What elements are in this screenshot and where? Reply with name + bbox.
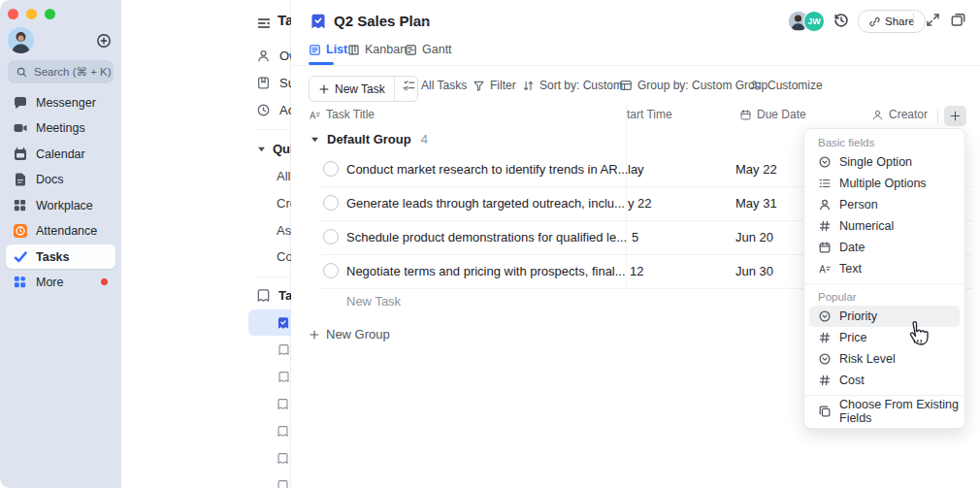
text-a-icon [818, 262, 832, 276]
menu-item-label: Numerical [839, 219, 894, 233]
menu-item-single-option[interactable]: Single Option [809, 151, 960, 173]
sidebar-item-docs[interactable]: Docs [6, 167, 115, 191]
sidebar-item-messenger[interactable]: Messenger [6, 90, 115, 114]
tasklist-doc-icon [277, 398, 289, 411]
group-header[interactable]: Default Group 4 [310, 132, 428, 146]
side-panel-icon[interactable] [950, 12, 966, 28]
task-title[interactable]: Schedule product demonstrations for qual… [346, 230, 627, 244]
doc-badge-icon [310, 13, 327, 30]
sidebar-item-tasks[interactable]: Tasks [6, 244, 115, 269]
tasklist-doc-blue-icon [277, 316, 290, 330]
user-avatar[interactable] [8, 27, 34, 53]
due-date-value: Jun 20 [735, 230, 773, 244]
filter-button[interactable]: Filter [473, 79, 516, 92]
app-rail: Search (⌘ + K) Messenger Meetings Calend… [0, 0, 121, 488]
menu-item-numerical[interactable]: Numerical [809, 215, 960, 237]
funnel-icon [473, 80, 485, 92]
tab-list[interactable]: List [309, 43, 347, 56]
menu-item-multiple-options[interactable]: Multiple Options [809, 173, 960, 194]
collaborator-avatar-initials[interactable]: JW [803, 11, 825, 32]
task-checkbox[interactable] [323, 229, 339, 244]
minimize-button[interactable] [26, 9, 37, 19]
customize-button[interactable]: Customize [749, 79, 823, 92]
gantt-view-icon [405, 44, 417, 56]
sidebar-item-label: Workplace [36, 199, 93, 212]
sidebar-item-workplace[interactable]: Workplace [6, 193, 115, 217]
column-start-time[interactable]: tart Time [627, 108, 672, 121]
list-view-icon [309, 44, 321, 56]
due-date-value: May 22 [735, 162, 777, 177]
expand-icon[interactable] [925, 12, 941, 28]
column-label: tart Time [627, 108, 672, 121]
divider [804, 395, 964, 396]
caret-down-icon[interactable] [310, 135, 319, 144]
group-by-button[interactable]: Group by: Custom Group [619, 79, 768, 92]
clock-icon [256, 103, 271, 117]
search-input[interactable]: Search (⌘ + K) [8, 60, 114, 83]
app-window: Search (⌘ + K) Messenger Meetings Calend… [0, 0, 980, 488]
column-creator[interactable]: Creator [871, 108, 928, 121]
add-plus-icon[interactable] [96, 33, 112, 49]
calendar-icon [818, 241, 832, 254]
avatar-initials: JW [807, 16, 821, 26]
column-task-title[interactable]: Task Title [309, 108, 375, 121]
menu-item-label: Text [839, 262, 862, 276]
all-tasks-button[interactable]: All Tasks [403, 79, 467, 92]
new-group-button[interactable]: New Group [309, 327, 390, 342]
frozen-column-edge [626, 105, 627, 285]
tab-gantt[interactable]: Gantt [405, 43, 452, 56]
column-due-date[interactable]: Due Date [739, 108, 806, 121]
sort-button[interactable]: Sort by: Custom [522, 79, 623, 92]
sidebar-item-meetings[interactable]: Meetings [6, 115, 115, 140]
zoom-button[interactable] [45, 9, 55, 19]
group-by-icon [619, 79, 633, 92]
task-checkbox[interactable] [323, 195, 339, 211]
menu-item-risk-level[interactable]: Risk Level [809, 348, 960, 370]
due-date-value: Jun 30 [735, 264, 773, 278]
start-time-value: 5 [632, 230, 638, 244]
calendar-icon [12, 146, 28, 162]
plus-icon [309, 329, 320, 341]
hash-icon [818, 219, 832, 233]
menu-item-choose-existing[interactable]: Choose From Existing Fields [809, 400, 960, 423]
divider [291, 65, 980, 66]
title-more-icon[interactable] [415, 18, 430, 26]
tab-kanban[interactable]: Kanban [347, 43, 407, 56]
task-checkbox[interactable] [323, 161, 339, 177]
history-icon[interactable] [833, 12, 850, 29]
task-checkbox[interactable] [323, 263, 339, 278]
button-label: Sort by: Custom [539, 79, 623, 92]
column-label: Task Title [326, 108, 375, 121]
sidebar-item-attendance[interactable]: Attendance [6, 218, 115, 243]
share-button[interactable]: Share [858, 10, 926, 33]
sidebar-item-calendar[interactable]: Calendar [6, 142, 115, 166]
hash-icon [818, 374, 832, 387]
sidebar-item-more[interactable]: More [6, 270, 115, 294]
new-task-button[interactable]: New Task [309, 76, 418, 102]
chat-bubble-icon [12, 94, 28, 111]
sidebar-item-label: Tasks [36, 250, 70, 264]
grid-icon [12, 197, 28, 213]
task-title[interactable]: Generate leads through targeted outreach… [346, 196, 625, 211]
menu-item-price[interactable]: Price [809, 327, 960, 348]
menu-item-person[interactable]: Person [809, 194, 960, 215]
circle-chevron-icon [818, 309, 832, 323]
close-button[interactable] [8, 9, 18, 19]
hash-icon [818, 331, 832, 344]
menu-item-priority[interactable]: Priority [809, 306, 960, 327]
calendar-icon [739, 109, 752, 121]
tab-label: List [326, 43, 347, 56]
person-icon [256, 49, 271, 63]
sort-arrows-icon [522, 80, 535, 92]
menu-item-date[interactable]: Date [809, 237, 960, 258]
menu-section-title: Basic fields [804, 134, 964, 151]
add-field-button[interactable] [944, 106, 966, 126]
tasks-panel: Tasks Owned 7 Subscribed Activities Quic… [121, 0, 291, 488]
task-title[interactable]: Negotiate terms and pricing with prospec… [346, 264, 626, 278]
menu-item-cost[interactable]: Cost [809, 370, 960, 391]
menu-item-text[interactable]: Text [809, 258, 960, 279]
new-task-placeholder[interactable]: New Task [346, 294, 401, 309]
new-group-label: New Group [326, 327, 390, 342]
task-title[interactable]: Conduct market research to identify tren… [346, 162, 628, 177]
circle-chevron-icon [818, 352, 832, 366]
